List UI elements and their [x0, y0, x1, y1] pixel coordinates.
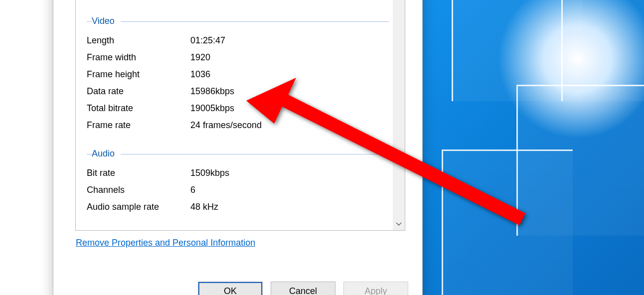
video-length-label: Length — [87, 35, 190, 46]
ok-button[interactable]: OK — [198, 282, 263, 295]
scroll-down-button[interactable] — [393, 218, 405, 230]
audio-channels-value: 6 — [190, 185, 389, 195]
video-frame-rate-label: Frame rate — [87, 120, 190, 131]
audio-bit-rate-value: 1509kbps — [190, 168, 389, 178]
audio-sample-rate-label: Audio sample rate — [87, 202, 190, 212]
video-frame-width-row[interactable]: Frame width 1920 — [87, 49, 389, 66]
video-frame-rate-row[interactable]: Frame rate 24 frames/second — [87, 117, 389, 134]
video-section-heading: Video — [87, 16, 389, 27]
audio-section-heading: Audio — [87, 148, 389, 159]
video-length-value: 01:25:47 — [190, 35, 389, 46]
audio-bit-rate-row[interactable]: Bit rate 1509kbps — [87, 164, 389, 181]
video-length-row[interactable]: Length 01:25:47 — [87, 32, 389, 49]
video-frame-width-label: Frame width — [87, 52, 190, 63]
desktop-wallpaper — [422, 0, 644, 295]
video-data-rate-value: 15986kbps — [190, 86, 389, 97]
video-data-rate-label: Data rate — [87, 86, 190, 97]
video-frame-width-value: 1920 — [190, 52, 389, 63]
video-total-bitrate-row[interactable]: Total bitrate 19005kbps — [87, 100, 389, 117]
video-total-bitrate-label: Total bitrate — [87, 103, 190, 114]
comments-row[interactable]: Comments — [87, 0, 389, 1]
audio-sample-rate-row[interactable]: Audio sample rate 48 kHz — [87, 198, 389, 215]
video-frame-height-value: 1036 — [190, 69, 389, 80]
chevron-down-icon — [396, 222, 402, 226]
audio-channels-label: Channels — [87, 185, 190, 195]
properties-scroll-area: Comments Video Length 01:25:47 Frame wid… — [76, 0, 393, 230]
video-total-bitrate-value: 19005kbps — [190, 103, 389, 114]
properties-details-panel: Comments Video Length 01:25:47 Frame wid… — [75, 0, 405, 231]
video-frame-height-label: Frame height — [87, 69, 190, 80]
vertical-scrollbar[interactable] — [393, 0, 405, 230]
video-data-rate-row[interactable]: Data rate 15986kbps — [87, 83, 389, 100]
audio-bit-rate-label: Bit rate — [87, 168, 190, 178]
video-frame-height-row[interactable]: Frame height 1036 — [87, 66, 389, 83]
remove-properties-link[interactable]: Remove Properties and Personal Informati… — [76, 238, 255, 248]
apply-button[interactable]: Apply — [343, 282, 408, 295]
audio-sample-rate-value: 48 kHz — [190, 202, 389, 212]
cancel-button[interactable]: Cancel — [271, 282, 335, 295]
video-frame-rate-value: 24 frames/second — [190, 120, 389, 131]
properties-dialog: Comments Video Length 01:25:47 Frame wid… — [53, 0, 423, 295]
audio-channels-row[interactable]: Channels 6 — [87, 181, 389, 198]
dialog-button-bar: OK Cancel Apply — [53, 282, 422, 295]
